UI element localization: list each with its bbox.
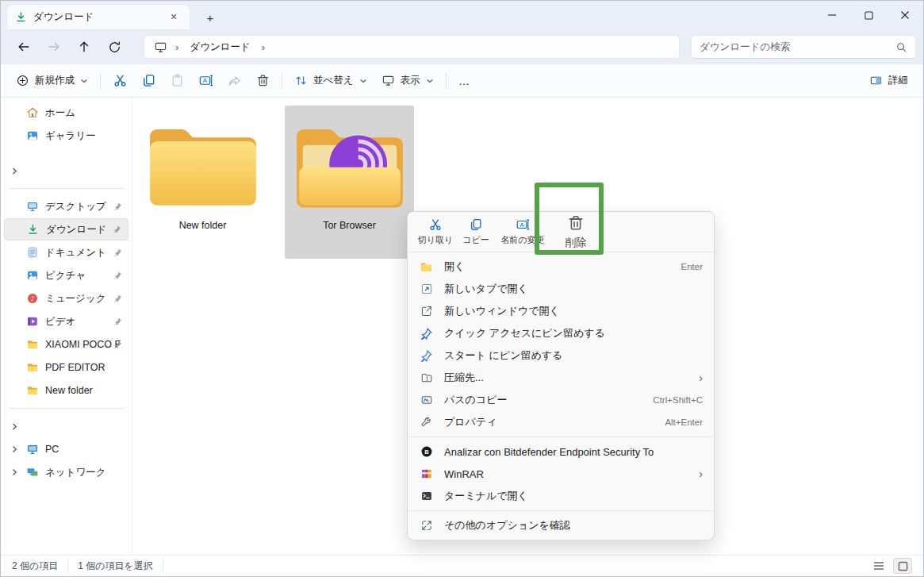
sidebar-item-label: ピクチャ [45, 269, 86, 283]
toolbar-separator [446, 72, 447, 90]
menu-item-label: 新しいウィンドウで開く [444, 304, 560, 318]
open-folder-icon [419, 260, 434, 274]
tor-browser-folder-icon [289, 118, 410, 215]
svg-text:♪: ♪ [30, 295, 34, 302]
share-button[interactable] [220, 69, 248, 93]
up-button[interactable] [72, 36, 96, 58]
back-button[interactable] [12, 36, 36, 58]
menu-item-label: スタート にピン留めする [444, 348, 562, 363]
menu-item-copy-path[interactable]: パスのコピー Ctrl+Shift+C [411, 389, 711, 411]
sidebar-item-desktop[interactable]: デスクトップ [4, 195, 128, 217]
sort-button[interactable]: 並べ替え [287, 69, 374, 93]
menu-item-label: 圧縮先... [444, 371, 484, 385]
toolbar-separator [100, 72, 101, 90]
menu-item-show-more-options[interactable]: その他のオプションを確認 [411, 514, 711, 537]
copy-button[interactable] [134, 69, 163, 93]
status-view-toggles [869, 558, 912, 574]
copy-menu-button[interactable]: コピー [455, 213, 497, 250]
menu-item-pin-quick-access[interactable]: クイック アクセスにピン留めする [411, 322, 711, 344]
bitdefender-icon: B [419, 445, 434, 458]
sidebar-item-label: XIAOMI POCO F [45, 339, 121, 350]
new-button[interactable]: 新規作成 [9, 69, 95, 93]
network-icon [26, 466, 39, 479]
chevron-down-icon [80, 77, 88, 85]
sidebar-item-gallery[interactable]: ギャラリー [4, 125, 128, 147]
minimize-button[interactable] [814, 1, 850, 29]
menu-item-pin-start[interactable]: スタート にピン留めする [411, 344, 711, 367]
chevron-down-icon [426, 77, 434, 85]
pin-icon [419, 328, 434, 340]
search-input[interactable] [700, 41, 895, 52]
menu-item-properties[interactable]: プロパティ Alt+Enter [411, 411, 711, 433]
selected-count: 1 個の項目を選択 [68, 560, 163, 573]
breadcrumb-folder[interactable]: ダウンロード [186, 39, 253, 56]
sidebar-item-videos[interactable]: ビデオ [4, 310, 128, 333]
sidebar: ホーム ギャラリー デスクトップ [1, 98, 132, 555]
forward-button[interactable] [42, 36, 66, 58]
sidebar-item-pictures[interactable]: ピクチャ [4, 264, 128, 287]
sidebar-spacer [1, 148, 132, 160]
menu-item-winrar[interactable]: WinRAR › [411, 463, 711, 485]
rename-button[interactable]: A [191, 69, 220, 93]
paste-button[interactable] [163, 69, 191, 93]
menu-item-open-new-window[interactable]: 新しいウィンドウで開く [411, 300, 711, 322]
menu-item-compress[interactable]: 圧縮先... › [411, 367, 711, 389]
file-tile-tor-browser[interactable]: Tor Browser [285, 106, 414, 259]
sidebar-item-downloads[interactable]: ダウンロード [4, 218, 128, 240]
sort-icon [294, 74, 308, 87]
sort-button-label: 並べ替え [313, 74, 354, 87]
menu-item-bitdefender-scan[interactable]: B Analizar con Bitdefender Endpoint Secu… [411, 440, 711, 463]
menu-item-open-new-tab[interactable]: 新しいタブで開く [411, 278, 711, 300]
cut-menu-button[interactable]: 切り取り [416, 213, 455, 250]
view-button[interactable]: 表示 [374, 69, 441, 93]
search-icon[interactable] [895, 41, 907, 53]
home-icon [26, 106, 39, 119]
breadcrumb-separator: › [262, 41, 265, 53]
sidebar-item-xiaomi-poco[interactable]: XIAOMI POCO F [4, 333, 128, 356]
cut-button[interactable] [105, 69, 134, 93]
download-icon [27, 224, 39, 236]
more-options-button[interactable]: … [451, 75, 478, 87]
pc-icon [26, 443, 39, 456]
breadcrumb-separator: › [175, 41, 178, 53]
sidebar-item-documents[interactable]: ドキュメント [4, 241, 128, 263]
delete-button[interactable] [248, 69, 277, 93]
sidebar-item-music[interactable]: ♪ ミュージック [4, 287, 128, 310]
list-view-button[interactable] [869, 558, 888, 574]
sidebar-item-label: PC [45, 444, 59, 455]
new-tab-button[interactable]: + [201, 8, 220, 27]
tab-bar: ダウンロード ✕ + [1, 1, 923, 29]
menu-item-open[interactable]: 開く Enter [411, 256, 711, 278]
tab-close-icon[interactable]: ✕ [166, 10, 182, 25]
menu-shortcut: Alt+Enter [657, 417, 703, 427]
sidebar-item-new-folder[interactable]: New folder [4, 379, 128, 402]
pin-icon [113, 294, 122, 303]
menu-item-open-terminal[interactable]: ターミナルで開く [411, 485, 711, 507]
menu-item-label: ターミナルで開く [444, 489, 528, 503]
breadcrumb[interactable]: › ダウンロード › [144, 35, 680, 59]
sidebar-expander[interactable] [4, 415, 128, 437]
this-pc-icon[interactable] [154, 40, 167, 54]
details-pane-button[interactable]: 詳細 [862, 69, 915, 93]
tab-downloads[interactable]: ダウンロード ✕ [7, 5, 190, 29]
sidebar-item-network[interactable]: ネットワーク [4, 461, 128, 483]
sidebar-item-pc[interactable]: PC [4, 438, 128, 460]
sidebar-item-home[interactable]: ホーム [4, 102, 128, 124]
file-tile-new-folder[interactable]: New folder [138, 106, 267, 259]
close-button[interactable] [887, 1, 923, 29]
menu-item-label: パスのコピー [444, 393, 508, 407]
menu-divider [408, 510, 713, 511]
monitor-icon [381, 74, 395, 87]
pin-icon [113, 271, 122, 280]
sidebar-item-label: New folder [45, 385, 93, 396]
sidebar-item-label: ギャラリー [45, 129, 96, 143]
chevron-right-icon[interactable] [10, 445, 19, 454]
refresh-button[interactable] [102, 36, 126, 58]
open-new-window-icon [419, 305, 434, 317]
chevron-right-icon[interactable] [10, 468, 19, 477]
gallery-icon [26, 129, 39, 142]
maximize-button[interactable] [850, 1, 887, 29]
sidebar-item-pdf-editor[interactable]: PDF EDITOR [4, 356, 128, 379]
large-icons-view-button[interactable] [893, 558, 912, 574]
sidebar-expander[interactable] [4, 160, 128, 182]
